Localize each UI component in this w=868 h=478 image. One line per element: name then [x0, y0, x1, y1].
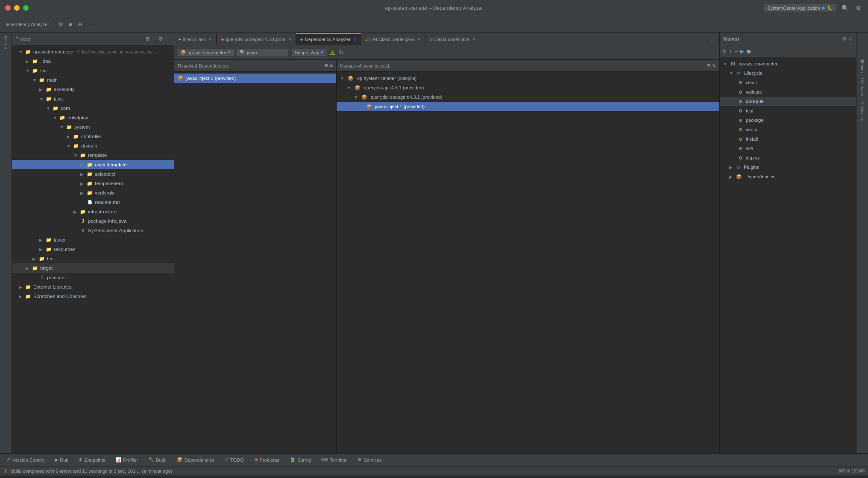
right-strip-notifications[interactable]: Notifications — [859, 100, 865, 126]
maven-verify-item[interactable]: ⚙ verify — [720, 125, 856, 134]
list-item[interactable]: ▼ 📁 java — [12, 94, 174, 103]
bottom-spring[interactable]: 🍃 Spring — [288, 456, 313, 463]
list-item[interactable]: ▶ 📁 resources — [12, 245, 174, 254]
list-item[interactable]: ▶ 📁 assembly — [12, 85, 174, 94]
list-item[interactable]: ▶ 📁 javax — [12, 235, 174, 245]
sort-icon[interactable]: ⇅ — [712, 63, 716, 68]
maven-expand-icon[interactable]: ⤢ — [848, 36, 853, 42]
list-item[interactable]: X pom.xml — [12, 273, 174, 282]
scratches-consoles-item[interactable]: ▶ 📁 Scratches and Consoles — [12, 292, 174, 301]
list-item[interactable]: ▶ 📁 selectdict — [12, 169, 174, 179]
refresh-icon[interactable]: ↻ — [339, 49, 344, 56]
list-item[interactable]: ▶ 📁 target — [12, 263, 174, 273]
maven-refresh-btn[interactable]: ↻ — [721, 47, 727, 55]
maven-plugins-section[interactable]: ▶ ⚙ Plugins — [720, 162, 856, 172]
maven-project-root[interactable]: ▼ M op-system-ceneter — [720, 59, 856, 68]
maven-minus-btn[interactable]: − — [734, 47, 739, 55]
list-item[interactable]: ▼ 📁 template — [12, 150, 174, 160]
collapse-icon[interactable]: ⊟ — [707, 63, 710, 68]
traffic-lights[interactable] — [5, 5, 29, 11]
maven-compile-item[interactable]: ⚙ compile — [720, 97, 856, 106]
list-item[interactable]: ▶ 📁 objecttemplate — [12, 160, 174, 169]
bottom-version-control[interactable]: ⎇ Version Control — [3, 456, 46, 463]
list-icon[interactable]: ≡ — [330, 63, 333, 68]
maven-stop-btn[interactable]: ◼ — [746, 47, 752, 55]
toolbar-btn-3[interactable]: ⚙ — [76, 20, 85, 29]
list-item[interactable]: ▼ 📁 system — [12, 122, 174, 132]
bottom-profiler[interactable]: 📊 Profiler — [114, 456, 140, 463]
panel-icon-4[interactable]: — — [165, 36, 170, 42]
toolbar-btn-4[interactable]: — — [86, 20, 96, 29]
pom-close-icon[interactable]: ✕ — [288, 37, 291, 41]
list-item[interactable]: ▼ 📦 querydsl-apt:4.3.1 (provided) — [337, 83, 719, 92]
list-item[interactable]: ▶ 📁 infrastructure — [12, 207, 174, 216]
maven-run-btn[interactable]: ▶ — [739, 47, 745, 55]
dep-scope-selector[interactable]: Scope: Any ▾ — [292, 49, 326, 56]
inject-close-icon[interactable]: ✕ — [208, 37, 212, 41]
search-button[interactable]: 🔍 — [840, 4, 850, 12]
debug-icon[interactable]: 🐛 — [827, 5, 833, 11]
panel-icon-1[interactable]: ⚙ — [145, 36, 150, 42]
panel-icon-2[interactable]: ≡ — [152, 36, 155, 42]
list-item[interactable]: A SystemCenterApplication — [12, 226, 174, 235]
list-item[interactable]: ▶ 📁 templateitem — [12, 179, 174, 188]
bottom-endpoints[interactable]: ⊕ Endpoints — [77, 456, 107, 463]
project-strip-label[interactable]: Project — [3, 34, 9, 51]
maven-test-item[interactable]: ⚙ test — [720, 106, 856, 115]
list-item[interactable]: ▼ 📁 main — [12, 75, 174, 85]
dep-close-icon[interactable]: ✕ — [353, 37, 357, 42]
panel-icon-3[interactable]: ⚙ — [158, 36, 163, 42]
tab-querydsl-pom[interactable]: ◆ querydsl-codegen-4.3.1.pom ✕ — [217, 33, 296, 45]
maximize-button[interactable] — [23, 5, 29, 11]
maven-deploy-item[interactable]: ⚙ deploy — [720, 153, 856, 162]
list-item[interactable]: 📄 readme.md — [12, 198, 174, 207]
toolbar-btn-2[interactable]: ≡ — [67, 20, 74, 29]
external-libraries-item[interactable]: ▶ 📁 External Libraries — [12, 282, 174, 292]
tab-dependency-analyzer[interactable]: ◆ Dependency Analyzer ✕ — [296, 33, 361, 45]
more-tabs-button[interactable]: ⋯ — [707, 39, 719, 45]
cl-close-icon[interactable]: ✕ — [472, 37, 475, 41]
url-close-icon[interactable]: ✕ — [417, 37, 421, 41]
list-item[interactable]: ▼ 📁 domain — [12, 141, 174, 150]
maven-site-item[interactable]: ⚙ site — [720, 144, 856, 153]
maven-validate-item[interactable]: ⚙ validate — [720, 87, 856, 97]
maven-package-item[interactable]: ⚙ package — [720, 115, 856, 125]
list-item[interactable]: 📦 javax.inject:1 (provided) — [174, 74, 336, 83]
right-strip-database[interactable]: Database — [859, 76, 865, 98]
bottom-run[interactable]: ▶ Run — [53, 456, 70, 463]
dep-module-selector[interactable]: 📦 op-system-ceneter ▾ — [178, 49, 234, 56]
bottom-services[interactable]: ⚙ Services — [356, 456, 383, 463]
list-item[interactable]: ▼ 📦 op-system-ceneter (compile) — [337, 74, 719, 83]
list-item[interactable]: ▼ 📁 src — [12, 66, 174, 75]
settings-button[interactable]: ⚙ — [854, 4, 863, 12]
bottom-problems[interactable]: ⊗ Problems — [252, 456, 281, 463]
list-item[interactable]: J package-info.java — [12, 216, 174, 226]
maven-clean-item[interactable]: ⚙ clean — [720, 78, 856, 87]
expand-icon[interactable]: ⊞ — [325, 63, 328, 68]
list-item[interactable]: ▼ 📦 querydsl-codegen:4.3.1 (provided) — [337, 92, 719, 102]
close-button[interactable] — [5, 5, 11, 11]
maven-lifecycle-section[interactable]: ▼ ⟳ Lifecycle — [720, 68, 856, 78]
list-item[interactable]: ▼ 📁 only4play — [12, 113, 174, 122]
bottom-dependencies[interactable]: 📦 Dependencies — [175, 456, 216, 463]
tab-classloader[interactable]: J ClassLoader.java ✕ — [425, 33, 480, 45]
bottom-todo[interactable]: ✓ TODO — [223, 456, 246, 463]
tab-urlclassloader[interactable]: J URLClassLoader.java ✕ — [361, 33, 425, 45]
list-item[interactable]: ▶ 📁 test — [12, 254, 174, 263]
run-config[interactable]: SystemCenterApplication ▶ 🐛 — [764, 4, 836, 12]
list-item[interactable]: ▶ 📁 verifyrule — [12, 188, 174, 198]
toolbar-btn-1[interactable]: ⚙ — [56, 20, 65, 29]
bottom-terminal[interactable]: ⌨ Terminal — [320, 456, 349, 463]
list-item[interactable]: ▶ 📁 .idea — [12, 56, 174, 66]
minimize-button[interactable] — [14, 5, 20, 11]
tab-inject-class[interactable]: ● Inject.class ✕ — [174, 33, 217, 45]
maven-install-item[interactable]: ⚙ install — [720, 134, 856, 144]
maven-dependencies-section[interactable]: ▶ 📦 Dependencies — [720, 172, 856, 181]
tree-root[interactable]: ▼ 📁 op-system-ceneter ~/IdeaProjects/Lea… — [12, 47, 174, 56]
list-item[interactable]: 📦 javax.inject:1 (provided) — [337, 102, 719, 111]
list-item[interactable]: ▶ 📁 controller — [12, 132, 174, 141]
maven-plus-btn[interactable]: + — [728, 47, 733, 55]
right-strip-maven[interactable]: Maven — [859, 58, 865, 74]
bottom-build[interactable]: 🔨 Build — [147, 456, 168, 463]
warning-icon[interactable]: ⚠ — [330, 49, 335, 56]
